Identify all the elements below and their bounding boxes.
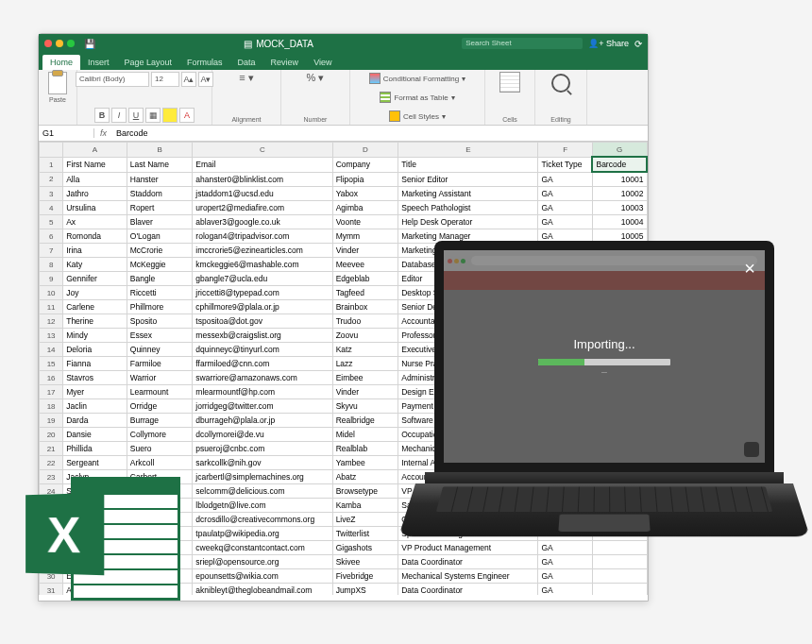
cell[interactable]: Katz [332, 343, 398, 357]
cell[interactable]: tpaulatp@wikipedia.org [193, 527, 332, 541]
row-header[interactable]: 8 [40, 258, 63, 272]
cell[interactable]: GA [538, 201, 592, 215]
cell[interactable]: messexb@craigslist.org [193, 329, 332, 343]
cell[interactable] [592, 584, 647, 596]
cell[interactable]: selcomm@delicious.com [193, 484, 332, 499]
row-header[interactable]: 18 [40, 399, 63, 414]
tab-view[interactable]: View [306, 55, 339, 70]
column-header-E[interactable]: E [398, 143, 538, 158]
underline-button[interactable]: U [128, 108, 144, 123]
cell[interactable]: Twitterlist [332, 527, 398, 541]
close-icon[interactable]: × [744, 258, 755, 280]
cell[interactable]: Alla [63, 172, 127, 187]
align-icon[interactable]: ≡ ▾ [239, 72, 253, 84]
cell[interactable]: Stavros [63, 371, 127, 385]
italic-button[interactable]: I [111, 108, 127, 123]
cell[interactable]: Senior Editor [398, 172, 538, 187]
cell[interactable]: Katy [63, 258, 127, 272]
cell[interactable]: Speech Pathologist [398, 201, 538, 215]
row-header[interactable]: 11 [40, 300, 63, 314]
cell-styles-button[interactable]: Cell Styles ▾ [389, 110, 446, 122]
cells-icon[interactable] [499, 72, 520, 93]
cell-header[interactable]: First Name [63, 157, 127, 172]
cell[interactable]: 10002 [592, 187, 647, 201]
cell[interactable]: Fianna [63, 357, 127, 371]
cell[interactable]: GA [538, 215, 592, 229]
cell[interactable]: Dansie [63, 428, 127, 442]
cell[interactable]: Ropert [127, 201, 193, 215]
cell[interactable]: sriepl@opensource.org [193, 555, 332, 569]
sync-icon[interactable]: ⟳ [634, 39, 642, 49]
cell[interactable]: Ax [63, 215, 127, 229]
cell[interactable]: Warrior [127, 371, 193, 385]
search-sheet-input[interactable]: Search Sheet [462, 38, 583, 49]
cell[interactable]: rologan4@tripadvisor.com [193, 229, 332, 244]
cell[interactable]: Farmiloe [127, 357, 193, 371]
border-button[interactable]: ▦ [145, 108, 161, 123]
cell[interactable]: Hanster [127, 172, 193, 187]
row-header[interactable]: 3 [40, 187, 63, 201]
cell[interactable]: dcrosdillo@creativecommons.org [193, 513, 332, 527]
row-header[interactable]: 4 [40, 201, 63, 215]
cell[interactable]: dquinneyc@tinyurl.com [193, 343, 332, 357]
cell[interactable]: aknibleyt@theglobeandmail.com [193, 584, 332, 596]
row-header[interactable]: 17 [40, 385, 63, 399]
cell[interactable]: Yabox [332, 187, 398, 201]
cell[interactable]: ahanster0@blinklist.com [193, 172, 332, 187]
column-header-C[interactable]: C [193, 143, 332, 158]
cell[interactable]: Quinney [127, 343, 193, 357]
cell[interactable]: LiveZ [332, 513, 398, 527]
increase-font-button[interactable]: A▴ [181, 72, 196, 87]
formula-value[interactable]: Barcode [112, 128, 152, 138]
cell[interactable]: ablaver3@google.co.uk [193, 215, 332, 229]
tab-home[interactable]: Home [42, 55, 80, 70]
cell[interactable]: GA [538, 584, 592, 596]
cell[interactable]: Collymore [127, 428, 193, 442]
row-header[interactable]: 5 [40, 215, 63, 229]
cell[interactable]: Eimbee [332, 371, 398, 385]
row-header[interactable]: 16 [40, 371, 63, 385]
row-header[interactable]: 9 [40, 272, 63, 286]
tab-formulas[interactable]: Formulas [179, 55, 230, 70]
row-header[interactable]: 7 [40, 244, 63, 258]
find-icon[interactable] [551, 74, 570, 93]
cell[interactable]: Trudoo [332, 314, 398, 329]
cell[interactable]: Zoovu [332, 329, 398, 343]
cell[interactable]: Jathro [63, 187, 127, 201]
row-header[interactable]: 14 [40, 343, 63, 357]
cell[interactable]: swarriore@amazonaws.com [193, 371, 332, 385]
cell[interactable]: tspositoa@dot.gov [193, 314, 332, 329]
cell[interactable]: Essex [127, 329, 193, 343]
cell[interactable]: cphillmore9@plala.or.jp [193, 300, 332, 314]
fill-color-button[interactable] [162, 108, 178, 123]
column-header-G[interactable]: G [592, 143, 647, 158]
cell[interactable]: GA [538, 187, 592, 201]
cell[interactable]: Meevee [332, 258, 398, 272]
name-box[interactable]: G1 [39, 128, 94, 138]
cell[interactable]: Riccetti [127, 286, 193, 300]
cell[interactable]: Staddom [127, 187, 193, 201]
cell[interactable]: Midel [332, 428, 398, 442]
cell[interactable]: jstaddom1@ucsd.edu [193, 187, 332, 201]
cell[interactable]: epounsetts@wikia.com [193, 569, 332, 584]
row-header[interactable]: 13 [40, 329, 63, 343]
cell[interactable]: gbangle7@ucla.edu [193, 272, 332, 286]
cell[interactable]: Phillmore [127, 300, 193, 314]
cell[interactable]: dburrageh@plala.or.jp [193, 414, 332, 428]
cell[interactable]: Lazz [332, 357, 398, 371]
cell-header[interactable]: Email [193, 157, 332, 172]
cell[interactable]: Suero [127, 442, 193, 456]
font-color-button[interactable]: A [179, 108, 195, 123]
cell[interactable]: lblodgetn@live.com [193, 499, 332, 513]
cell[interactable]: Phillida [63, 442, 127, 456]
cell[interactable]: jriccetti8@typepad.com [193, 286, 332, 300]
cell[interactable]: Orridge [127, 399, 193, 414]
cell[interactable]: mlearmountf@hp.com [193, 385, 332, 399]
cell-header[interactable]: Company [332, 157, 398, 172]
row-header[interactable]: 12 [40, 314, 63, 329]
cell[interactable]: sarkcollk@nih.gov [193, 456, 332, 470]
tab-insert[interactable]: Insert [80, 55, 117, 70]
cell[interactable]: jorridgeg@twitter.com [193, 399, 332, 414]
cell[interactable]: imccrorie5@ezinearticles.com [193, 244, 332, 258]
cell[interactable]: McCrorie [127, 244, 193, 258]
